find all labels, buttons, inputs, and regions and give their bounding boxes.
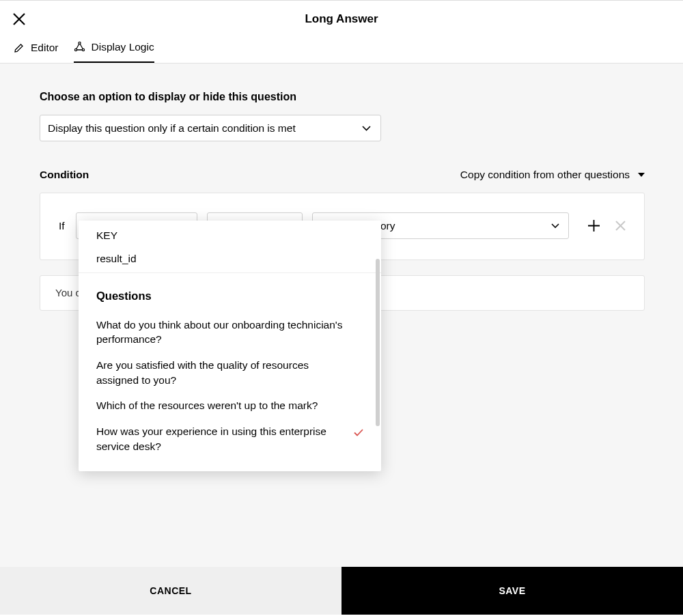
tab-editor-label: Editor xyxy=(31,42,59,54)
remove-condition-button[interactable] xyxy=(615,221,626,231)
body-area: Choose an option to display or hide this… xyxy=(0,64,683,567)
copy-condition-label: Copy condition from other questions xyxy=(460,169,630,181)
chevron-down-icon xyxy=(551,223,559,228)
logic-icon xyxy=(74,42,85,53)
close-icon xyxy=(13,13,25,25)
dropdown-question-item[interactable]: What do you think about our onboarding t… xyxy=(79,312,381,352)
close-button[interactable] xyxy=(13,13,25,28)
add-condition-button[interactable] xyxy=(588,220,600,232)
svg-point-0 xyxy=(78,42,80,44)
svg-point-2 xyxy=(74,48,76,51)
cancel-button[interactable]: CANCEL xyxy=(0,567,342,615)
tab-display-logic-label: Display Logic xyxy=(92,41,154,53)
modal-header: Long Answer xyxy=(0,0,683,38)
dropdown-question-label: Which of the resources weren't up to the… xyxy=(96,400,318,411)
display-option-value: Display this question only if a certain … xyxy=(48,122,296,135)
modal-title: Long Answer xyxy=(0,12,683,26)
plus-icon xyxy=(588,220,600,232)
secondary-panel-text: You c xyxy=(55,287,81,298)
svg-point-1 xyxy=(82,48,84,51)
dropdown-divider xyxy=(79,272,381,273)
condition-header-row: Condition Copy condition from other ques… xyxy=(40,169,645,181)
dropdown-question-item-selected[interactable]: How was your experience in using this en… xyxy=(79,419,381,459)
display-option-select[interactable]: Display this question only if a certain … xyxy=(40,115,381,141)
dropdown-question-label: How was your experience in using this en… xyxy=(96,425,326,452)
tab-editor[interactable]: Editor xyxy=(14,38,59,63)
checkmark-icon xyxy=(354,425,363,440)
remove-icon xyxy=(615,221,626,231)
caret-down-icon xyxy=(638,173,645,177)
dropdown-question-item[interactable]: Are you satisfied with the quality of re… xyxy=(79,352,381,393)
question-dropdown: KEY result_id Questions What do you thin… xyxy=(79,221,381,471)
tab-bar: Editor Display Logic xyxy=(0,38,683,64)
if-label: If xyxy=(59,220,65,232)
dropdown-item-result-id[interactable]: result_id xyxy=(79,244,381,268)
dropdown-question-item[interactable]: Which of the resources weren't up to the… xyxy=(79,393,381,419)
copy-condition-button[interactable]: Copy condition from other questions xyxy=(460,169,645,181)
row-actions xyxy=(588,220,626,232)
dropdown-group-heading: Questions xyxy=(79,275,381,312)
tab-display-logic[interactable]: Display Logic xyxy=(74,38,154,63)
dropdown-item-key[interactable]: KEY xyxy=(79,230,381,244)
chevron-down-icon xyxy=(362,126,371,131)
footer: CANCEL SAVE xyxy=(0,567,683,615)
dropdown-question-label: Are you satisfied with the quality of re… xyxy=(96,359,309,386)
scrollbar-thumb[interactable] xyxy=(376,259,380,426)
save-button[interactable]: SAVE xyxy=(342,567,683,615)
pencil-icon xyxy=(14,42,25,53)
condition-heading: Condition xyxy=(40,169,89,181)
dropdown-question-label: What do you think about our onboarding t… xyxy=(96,319,343,346)
display-option-label: Choose an option to display or hide this… xyxy=(40,91,645,103)
